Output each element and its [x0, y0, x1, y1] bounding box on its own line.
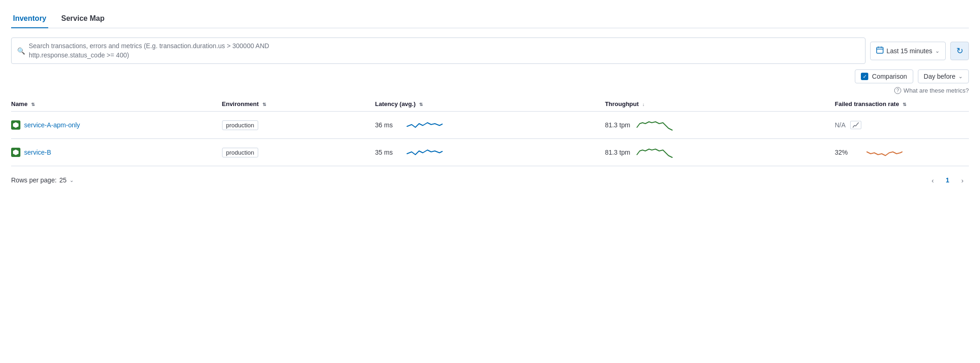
col-header-environment: Environment ⇅	[222, 97, 375, 112]
date-picker-button[interactable]: Last 15 minutes ⌄	[870, 42, 946, 60]
col-header-name: Name ⇅	[11, 97, 222, 112]
table-header: Name ⇅ Environment ⇅ Latency (avg.) ⇅ Th…	[11, 97, 969, 112]
metrics-help-label: What are these metrics?	[904, 87, 969, 94]
sort-icon-failed-rate: ⇅	[903, 102, 906, 107]
next-page-button[interactable]: ›	[956, 174, 969, 187]
failed-rate-cell-service-a: N/A	[835, 121, 963, 129]
tabs-bar: Inventory Service Map	[11, 9, 969, 28]
date-picker-label: Last 15 minutes	[886, 47, 932, 55]
day-before-chevron-icon: ⌄	[958, 73, 963, 80]
page-controls: ‹ 1 ›	[926, 174, 969, 187]
refresh-icon: ↻	[956, 46, 963, 56]
rows-per-page-label: Rows per page:	[11, 176, 57, 184]
svg-rect-0	[877, 47, 883, 53]
sort-icon-environment: ⇅	[262, 102, 266, 107]
col-header-failed-rate: Failed transaction rate ⇅	[835, 97, 969, 112]
comparison-label: Comparison	[872, 73, 907, 80]
failed-rate-value-service-a: N/A	[835, 121, 846, 129]
throughput-cell-service-a: 81.3 tpm	[605, 118, 829, 132]
service-name-service-a: service-A-apm-only	[24, 121, 80, 129]
pagination-row: Rows per page: 25 ⌄ ‹ 1 ›	[11, 166, 969, 188]
throughput-value-service-a: 81.3 tpm	[605, 121, 630, 129]
day-before-button[interactable]: Day before ⌄	[918, 69, 969, 83]
date-picker-chevron-icon: ⌄	[935, 48, 940, 54]
comparison-checkbox-icon: ✓	[861, 73, 868, 80]
sort-icon-name: ⇅	[31, 102, 35, 107]
rows-per-page-chevron-icon: ⌄	[70, 177, 74, 183]
sort-icon-latency: ⇅	[419, 102, 423, 107]
search-icon: 🔍	[17, 47, 25, 55]
env-badge-service-b: production	[222, 148, 259, 157]
rows-per-page-selector[interactable]: Rows per page: 25 ⌄	[11, 176, 74, 184]
rows-per-page-value: 25	[59, 176, 67, 184]
service-icon-service-a	[11, 120, 20, 130]
metrics-help[interactable]: ? What are these metrics?	[11, 87, 969, 94]
comparison-row: ✓ Comparison Day before ⌄	[11, 69, 969, 83]
col-header-throughput: Throughput ↓	[605, 97, 835, 112]
toolbar: 🔍 Search transactions, errors and metric…	[11, 38, 969, 64]
env-badge-service-a: production	[222, 120, 259, 130]
help-icon: ?	[894, 87, 901, 94]
tab-inventory[interactable]: Inventory	[11, 10, 48, 28]
svg-marker-4	[13, 122, 19, 128]
table-body: service-A-apm-only production 36 ms 81.3…	[11, 112, 969, 166]
service-link-service-b[interactable]: service-B	[11, 148, 216, 157]
service-link-service-a[interactable]: service-A-apm-only	[11, 120, 216, 130]
refresh-button[interactable]: ↻	[950, 42, 969, 60]
day-before-label: Day before	[924, 73, 955, 80]
svg-rect-2	[878, 47, 879, 48]
comparison-toggle-button[interactable]: ✓ Comparison	[855, 69, 913, 83]
service-icon-service-b	[11, 148, 20, 157]
service-name-service-b: service-B	[24, 149, 51, 156]
table-row: service-A-apm-only production 36 ms 81.3…	[11, 112, 969, 139]
current-page: 1	[943, 176, 952, 184]
svg-rect-3	[881, 47, 882, 48]
table-row: service-B production 35 ms 81.3 tpm 32%	[11, 139, 969, 166]
tab-service-map[interactable]: Service Map	[59, 10, 106, 28]
latency-value-service-a: 36 ms	[375, 121, 401, 129]
throughput-value-service-b: 81.3 tpm	[605, 149, 630, 156]
col-header-latency: Latency (avg.) ⇅	[375, 97, 605, 112]
search-box[interactable]: 🔍 Search transactions, errors and metric…	[11, 38, 865, 64]
sort-icon-throughput: ↓	[642, 102, 644, 107]
latency-value-service-b: 35 ms	[375, 149, 401, 156]
failed-rate-cell-service-b: 32%	[835, 145, 963, 159]
latency-cell-service-a: 36 ms	[375, 118, 599, 132]
failed-rate-chart-icon-service-a[interactable]	[850, 121, 861, 129]
latency-cell-service-b: 35 ms	[375, 145, 599, 159]
calendar-icon	[876, 46, 884, 55]
throughput-cell-service-b: 81.3 tpm	[605, 145, 829, 159]
services-table: Name ⇅ Environment ⇅ Latency (avg.) ⇅ Th…	[11, 97, 969, 166]
search-placeholder: Search transactions, errors and metrics …	[29, 42, 269, 60]
svg-marker-5	[13, 150, 19, 155]
prev-page-button[interactable]: ‹	[926, 174, 939, 187]
failed-rate-value-service-b: 32%	[835, 149, 860, 156]
